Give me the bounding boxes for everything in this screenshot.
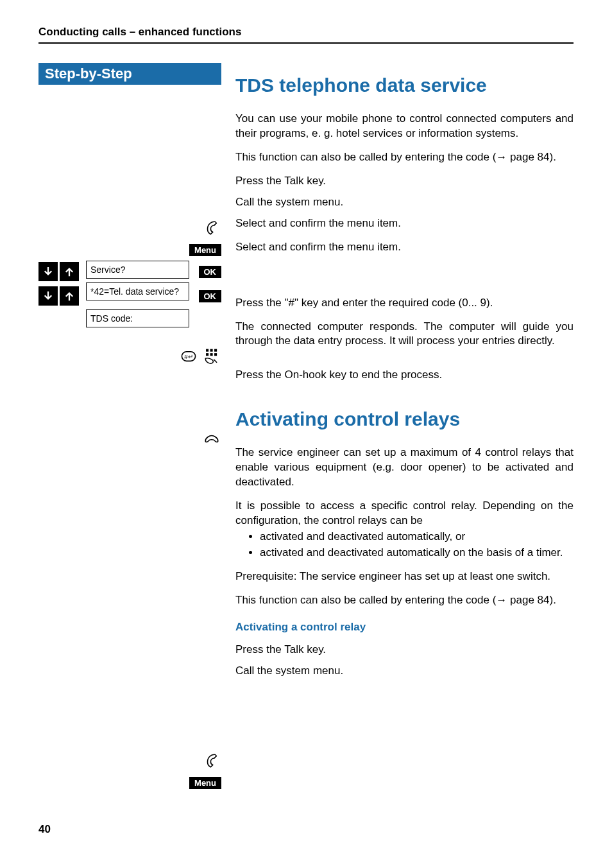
tds-step-select-2: Select and confirm the menu item.	[235, 240, 574, 255]
tds-step-talk: Press the Talk key.	[235, 174, 574, 189]
down-arrow-icon	[38, 262, 58, 281]
text: page 84).	[507, 594, 556, 606]
list-item: activated and deactivated automatically …	[260, 546, 574, 560]
menu-item-tds-code: TDS code:	[86, 309, 189, 327]
onhook-icon	[202, 430, 221, 449]
svg-rect-7	[214, 353, 217, 356]
xref-arrow-icon: →	[496, 594, 507, 606]
menu-badge-row-2: Menu	[38, 772, 221, 794]
hash-key-icon: #↵	[179, 347, 198, 366]
relays-code-note: This function can also be called by ente…	[235, 593, 574, 608]
keypad-icon	[202, 347, 221, 366]
svg-rect-4	[214, 349, 217, 352]
talk-key-row	[38, 217, 221, 239]
step-by-step-header: Step-by-Step	[38, 63, 221, 85]
heading-relays: Activating control relays	[235, 408, 574, 430]
tel-data-row: *42=Tel. data service? OK	[38, 282, 221, 309]
relays-p1: The service engineer can set up a maximu…	[235, 446, 574, 490]
menu-badge-row: Menu	[38, 239, 221, 261]
down-arrow-icon	[38, 286, 58, 306]
menu-item-service: Service?	[86, 261, 189, 279]
svg-text:#↵: #↵	[184, 353, 192, 360]
tds-code-row: TDS code:	[38, 309, 221, 331]
relays-bullets: activated and deactivated automatically,…	[235, 530, 574, 560]
left-column: Step-by-Step Menu Service?	[38, 63, 221, 794]
relays-step-menu: Call the system menu.	[235, 664, 574, 679]
ok-badge: OK	[199, 290, 222, 302]
header-rule	[38, 42, 574, 44]
subheading-activating-relay: Activating a control relay	[235, 621, 574, 634]
relays-step-talk: Press the Talk key.	[235, 643, 574, 657]
service-row: Service? OK	[38, 261, 221, 282]
svg-rect-2	[206, 349, 208, 352]
text: This function can also be called by ente…	[235, 151, 496, 163]
page-number: 40	[38, 823, 51, 836]
hash-key-row: #↵	[38, 345, 221, 367]
up-arrow-icon	[60, 262, 79, 281]
menu-badge: Menu	[189, 244, 221, 256]
list-item: activated and deactivated automatically,…	[260, 530, 574, 544]
talk-key-icon	[202, 751, 221, 770]
tds-intro-1: You can use your mobile phone to control…	[235, 112, 574, 141]
tds-intro-2: This function can also be called by ente…	[235, 150, 574, 165]
running-header: Conducting calls – enhanced functions	[38, 26, 574, 39]
text: page 84).	[507, 151, 556, 163]
tds-step-onhook: Press the On-hook key to end the process…	[235, 368, 574, 383]
tds-step-select-1: Select and confirm the menu item.	[235, 216, 574, 231]
menu-item-tel-data: *42=Tel. data service?	[86, 282, 189, 300]
text: This function can also be called by ente…	[235, 594, 496, 606]
tds-step-hash: Press the "#" key and enter the required…	[235, 296, 574, 311]
heading-tds: TDS telephone data service	[235, 74, 574, 96]
relays-prereq: Prerequisite: The service engineer has s…	[235, 569, 574, 584]
tds-step-menu: Call the system menu.	[235, 195, 574, 210]
svg-rect-3	[210, 349, 213, 352]
onhook-row	[38, 429, 221, 451]
relays-p2: It is possible to access a specific cont…	[235, 499, 574, 528]
ok-badge: OK	[199, 266, 222, 278]
tds-computer-response: The connected computer responds. The com…	[235, 320, 574, 349]
xref-arrow-icon: →	[496, 151, 507, 163]
svg-rect-5	[206, 353, 208, 356]
up-arrow-icon	[60, 286, 79, 306]
talk-key-row-2	[38, 750, 221, 772]
right-column: TDS telephone data service You can use y…	[221, 63, 574, 794]
talk-key-icon	[202, 218, 221, 238]
svg-rect-6	[210, 353, 213, 356]
menu-badge: Menu	[189, 777, 221, 789]
